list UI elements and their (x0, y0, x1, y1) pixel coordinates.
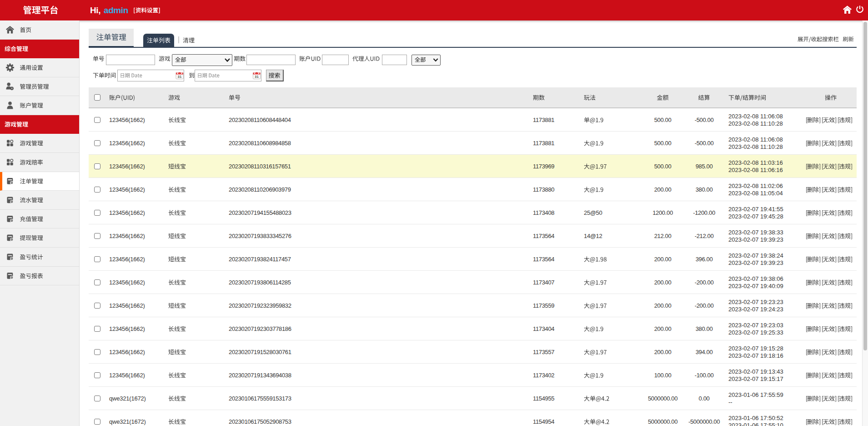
svg-text:31: 31 (255, 75, 259, 79)
svg-text:31: 31 (178, 75, 182, 79)
